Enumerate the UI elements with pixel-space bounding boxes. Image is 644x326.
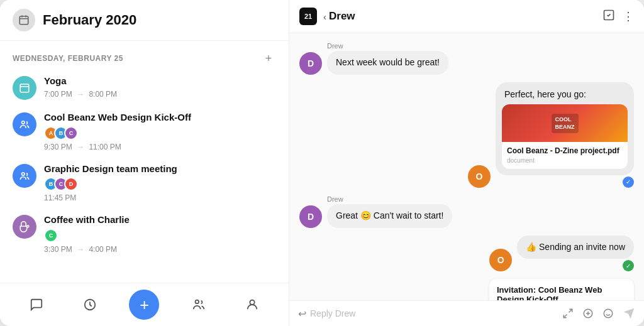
- event-yoga[interactable]: Yoga 7:00 PM → 8:00 PM: [13, 75, 276, 100]
- svg-rect-0: [19, 16, 28, 24]
- invite-card: Invitation: Cool Beanz Web Design Kick-O…: [489, 279, 634, 300]
- file-info: Cool Beanz - D-Zine project.pdf document: [502, 142, 628, 169]
- msg-bubble-wrap-3: Drew Great 😊 Can't wait to start!: [327, 195, 452, 228]
- event-icon-coolbeanz: [13, 112, 36, 136]
- event-title-coffee: Coffee with Charlie: [44, 214, 276, 226]
- send-button[interactable]: [623, 307, 635, 320]
- svg-line-12: [569, 309, 572, 312]
- chat-area: D Drew Next week would be great! Perfect…: [289, 33, 644, 300]
- avatar-g3: D: [64, 177, 78, 191]
- event-title-graphicdesign: Graphic Design team meeting: [44, 163, 276, 175]
- event-icon-yoga: [13, 76, 36, 100]
- left-header: February 2020: [0, 0, 289, 41]
- svg-point-9: [196, 300, 199, 304]
- chat-header: 21 ‹ Drew ⋮: [289, 0, 644, 33]
- msg-bubble-wrap-1: Drew Next week would be great!: [327, 42, 448, 75]
- drew-avatar-1: D: [299, 52, 322, 75]
- nav-clock-button[interactable]: [76, 291, 104, 318]
- status-icon-4: ✓: [623, 260, 634, 271]
- msg-sender-3: Drew: [327, 195, 452, 203]
- message-5: Invitation: Cool Beanz Web Design Kick-O…: [299, 279, 634, 300]
- left-panel: February 2020 WEDNESDAY, FEBRUARY 25 + Y…: [0, 0, 289, 326]
- reply-area[interactable]: ↩ Reply Drew: [298, 308, 555, 320]
- message-2: Perfect, here you go: COOLBEANZ Cool Bea…: [299, 82, 634, 188]
- chat-name: Drew: [329, 10, 602, 23]
- msg-bubble-wrap-2: Perfect, here you go: COOLBEANZ Cool Bea…: [496, 82, 634, 188]
- emoji-button[interactable]: [602, 308, 614, 319]
- event-time-coolbeanz: 9:30 PM → 11:00 PM: [44, 143, 276, 151]
- reply-label: Reply Drew: [310, 308, 355, 318]
- add-event-button[interactable]: +: [261, 51, 276, 66]
- event-time-graphicdesign: 11:45 PM: [44, 193, 276, 202]
- event-icon-graphicdesign: [13, 164, 36, 188]
- event-details-yoga: Yoga 7:00 PM → 8:00 PM: [44, 75, 276, 99]
- msg-status-4: ✓: [623, 260, 634, 271]
- event-avatars-graphicdesign: B C D: [44, 177, 276, 191]
- msg-bubble-1: Next week would be great!: [327, 51, 448, 75]
- svg-point-17: [604, 309, 613, 318]
- event-title-yoga: Yoga: [44, 75, 276, 87]
- reply-icon: ↩: [298, 308, 306, 320]
- svg-rect-4: [20, 84, 29, 92]
- app-container: February 2020 WEDNESDAY, FEBRUARY 25 + Y…: [0, 0, 644, 326]
- file-thumbnail: COOLBEANZ: [502, 104, 628, 142]
- svg-point-7: [22, 172, 25, 175]
- event-details-coffee: Coffee with Charlie C 3:30 PM → 4:00 PM: [44, 214, 276, 254]
- date-label: WEDNESDAY, FEBRUARY 25: [13, 54, 123, 63]
- nav-groups-button[interactable]: [185, 291, 213, 318]
- avatar-c1: C: [44, 229, 58, 242]
- invite-title: Invitation: Cool Beanz Web Design Kick-O…: [497, 285, 626, 300]
- app-icon: [13, 9, 35, 31]
- nav-contacts-button[interactable]: [238, 291, 266, 318]
- message-1: D Drew Next week would be great!: [299, 42, 634, 75]
- msg-sender-1: Drew: [327, 42, 448, 50]
- file-type: document: [507, 156, 623, 165]
- calendar-badge: 21: [299, 8, 317, 25]
- bottom-nav: +: [0, 283, 289, 326]
- footer-actions: [562, 307, 635, 320]
- event-icon-coffee: [13, 215, 36, 239]
- avatar-3: C: [64, 126, 78, 140]
- file-card[interactable]: COOLBEANZ Cool Beanz - D-Zine project.pd…: [502, 104, 628, 169]
- add-media-button[interactable]: [582, 308, 594, 319]
- event-time-coffee: 3:30 PM → 4:00 PM: [44, 245, 276, 254]
- event-avatars-coolbeanz: A B C: [44, 126, 276, 140]
- event-time-yoga: 7:00 PM → 8:00 PM: [44, 90, 276, 99]
- event-graphicdesign[interactable]: Graphic Design team meeting B C D 11:45 …: [13, 163, 276, 203]
- event-avatars-coffee: C: [44, 229, 276, 242]
- file-name: Cool Beanz - D-Zine project.pdf: [507, 146, 623, 156]
- event-details-graphicdesign: Graphic Design team meeting B C D 11:45 …: [44, 163, 276, 203]
- event-coffee[interactable]: Coffee with Charlie C 3:30 PM → 4:00 PM: [13, 214, 276, 254]
- svg-point-6: [22, 121, 25, 124]
- msg-bubble-4: 👍 Sending an invite now: [517, 236, 634, 259]
- date-section-header: WEDNESDAY, FEBRUARY 25 +: [13, 51, 276, 66]
- msg-bubble-3: Great 😊 Can't wait to start!: [327, 204, 452, 228]
- event-coolbeanz[interactable]: Cool Beanz Web Design Kick-Off A B C 9:3…: [13, 111, 276, 151]
- msg-bubble-wrap-4: 👍 Sending an invite now ✓: [517, 236, 634, 272]
- svg-line-13: [564, 315, 567, 318]
- chat-footer: ↩ Reply Drew: [289, 300, 644, 326]
- message-4: 👍 Sending an invite now ✓ O: [299, 236, 634, 272]
- drew-avatar-3: D: [299, 205, 322, 228]
- header-actions: ⋮: [602, 9, 634, 24]
- event-details-coolbeanz: Cool Beanz Web Design Kick-Off A B C 9:3…: [44, 111, 276, 151]
- event-title-coolbeanz: Cool Beanz Web Design Kick-Off: [44, 111, 276, 124]
- back-button[interactable]: ‹: [323, 11, 326, 22]
- svg-point-10: [250, 300, 254, 305]
- msg-status-2: ✓: [623, 177, 634, 188]
- msg-bubble-2: Perfect, here you go: COOLBEANZ Cool Bea…: [496, 82, 634, 175]
- right-panel: 21 ‹ Drew ⋮ D Drew Next week would be: [289, 0, 644, 326]
- other-avatar-2: O: [468, 165, 491, 188]
- msg-bubble-wrap-5: Invitation: Cool Beanz Web Design Kick-O…: [489, 279, 634, 300]
- checklist-button[interactable]: [602, 9, 615, 24]
- events-list: WEDNESDAY, FEBRUARY 25 + Yoga 7:00 PM →: [0, 41, 289, 283]
- month-title: February 2020: [43, 12, 136, 28]
- expand-button[interactable]: [562, 308, 574, 319]
- more-options-button[interactable]: ⋮: [623, 9, 634, 23]
- message-3: D Drew Great 😊 Can't wait to start!: [299, 195, 634, 228]
- nav-chat-button[interactable]: [23, 291, 50, 318]
- status-icon-2: ✓: [623, 177, 634, 188]
- nav-add-button[interactable]: +: [129, 290, 159, 320]
- other-avatar-4: O: [489, 249, 512, 271]
